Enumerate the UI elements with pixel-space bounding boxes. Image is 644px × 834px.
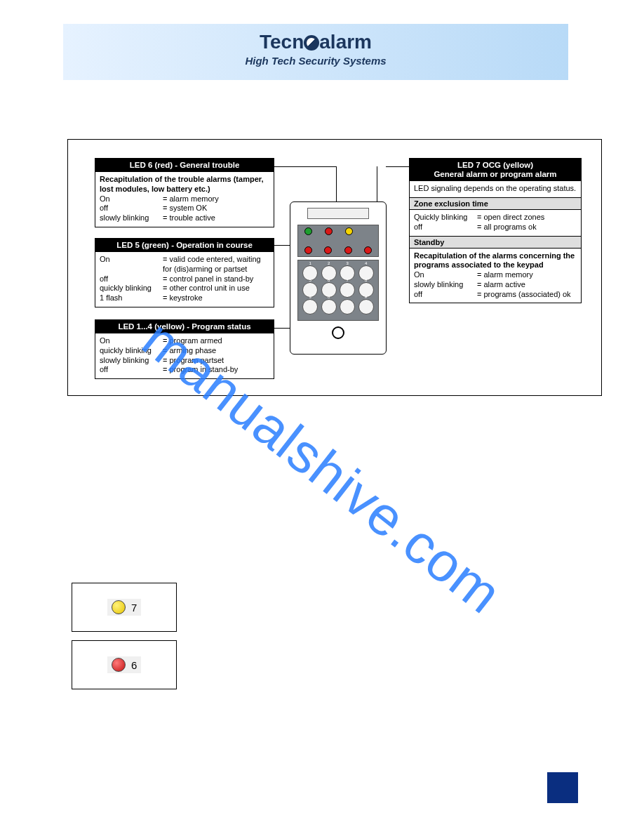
yellow-led-icon (112, 600, 126, 614)
led5-row-key: quickly blinking (100, 284, 163, 293)
key-label: 3 (347, 261, 349, 265)
led5-row-val: = valid code entered, waiting for (dis)a… (163, 255, 269, 274)
led14-row-val: = arming phase (163, 346, 269, 356)
keypad-key: 0 (321, 299, 337, 315)
led14-row-key: On (100, 336, 163, 346)
led5-green-icon (304, 227, 312, 235)
led5-row-key: On (100, 255, 163, 274)
footer-square (547, 772, 578, 803)
led5-row-val: = other control unit in use (163, 284, 269, 293)
status-led6-label: 6 (131, 659, 137, 671)
key-label: 2 (328, 261, 330, 265)
infobox-led5-title: LED 5 (green) - Operation in course (95, 239, 274, 252)
led7-yellow-icon (345, 227, 353, 235)
red-led-icon (112, 658, 126, 672)
led1-icon (304, 246, 312, 254)
led7-s1-row-val: = all programs ok (477, 223, 577, 232)
led7-s2-row-key: On (414, 270, 477, 280)
led7-section-standby: Standby (410, 236, 581, 249)
led6-row-val: = alarm memory (163, 194, 269, 204)
infobox-led7-title: LED 7 OCG (yellow) General alarm or prog… (410, 159, 581, 181)
brand-tagline: High Tech Security Systems (63, 55, 568, 67)
infobox-led14-title: LED 1...4 (yellow) - Program status (95, 320, 274, 333)
led7-s1-row-key: Quickly blinking (414, 213, 477, 223)
infobox-led7: LED 7 OCG (yellow) General alarm or prog… (409, 158, 582, 303)
page-header: Tecnalarm High Tech Security Systems (63, 24, 568, 80)
led14-row-val: = program partset (163, 356, 269, 366)
speaker-icon (332, 326, 344, 339)
connector-line (274, 166, 337, 167)
key-label: * (347, 295, 348, 299)
led7-s2-row-val: = programs (associated) ok (477, 290, 577, 300)
led14-row-key: slowly blinking (100, 356, 163, 366)
led7-s1-row-key: off (414, 223, 477, 232)
led6-row-key: On (100, 194, 163, 204)
infobox-led6-title: LED 6 (red) - General trouble (95, 159, 274, 172)
keypad-device: 1 2 3 4 5 6 7 8 9 0 * # (290, 201, 387, 355)
key-label: 0 (328, 295, 330, 299)
led14-row-key: quickly blinking (100, 346, 163, 356)
brand-glyph-icon (304, 35, 319, 51)
key-label: 4 (365, 261, 367, 265)
led4-icon (364, 246, 372, 254)
led6-row-val: = system OK (163, 204, 269, 213)
connector-line (386, 166, 411, 167)
key-label: 8 (365, 278, 367, 282)
led14-row-val: = program in stand-by (163, 365, 269, 375)
key-label: 7 (347, 278, 349, 282)
brand-suffix: alarm (319, 31, 372, 53)
infobox-led5: LED 5 (green) - Operation in course On= … (95, 238, 274, 307)
device-display (307, 208, 369, 219)
key-label: 5 (309, 278, 311, 282)
led2-icon (324, 246, 332, 254)
led5-row-key: off (100, 274, 163, 284)
keypad-grid: 1 2 3 4 5 6 7 8 9 0 * # (297, 260, 379, 321)
status-led7-label: 7 (131, 602, 137, 614)
key-label: 9 (309, 295, 311, 299)
led6-red-icon (325, 227, 333, 235)
status-box-led7: 7 (72, 583, 177, 632)
led7-s2-row-val: = alarm active (477, 280, 577, 290)
led7-title-line2: General alarm or program alarm (434, 170, 556, 178)
led6-row-val: = trouble active (163, 213, 269, 223)
led7-s2-caption: Recapitulation of the alarms concerning … (414, 251, 577, 271)
key-label: 6 (328, 278, 330, 282)
key-label: # (365, 295, 367, 299)
led5-row-val: = keystroke (163, 293, 269, 303)
led5-row-val: = control panel in stand-by (163, 274, 269, 284)
keypad-key: * (340, 299, 355, 315)
led7-s2-row-key: off (414, 290, 477, 300)
key-label: 1 (309, 261, 311, 265)
led7-section-zone: Zone exclusion time (410, 197, 581, 210)
led6-row-key: off (100, 204, 163, 213)
led-strip (297, 225, 379, 257)
led7-s2-row-val: = alarm memory (477, 270, 577, 280)
led-diagram-panel: LED 6 (red) - General trouble Recapitula… (67, 139, 602, 396)
led7-s2-row-key: slowly blinking (414, 280, 477, 290)
brand-prefix: Tecn (260, 31, 304, 53)
led6-row-key: slowly blinking (100, 213, 163, 223)
led3-icon (344, 246, 352, 254)
led7-s1-row-val: = open direct zones (477, 213, 577, 223)
led5-row-key: 1 flash (100, 293, 163, 303)
infobox-led6: LED 6 (red) - General trouble Recapitula… (95, 158, 274, 227)
led7-title-line1: LED 7 OCG (yellow) (457, 161, 533, 169)
led14-row-key: off (100, 365, 163, 375)
infobox-led6-caption: Recapitulation of the trouble alarms (ta… (100, 175, 269, 194)
status-box-led6: 6 (72, 640, 177, 689)
keypad-key: 9 (302, 299, 318, 315)
led7-intro: LED signaling depends on the operating s… (410, 181, 581, 197)
brand-logo: Tecnalarm (63, 31, 568, 53)
infobox-led14: LED 1...4 (yellow) - Program status On= … (95, 319, 274, 379)
keypad-key: # (358, 299, 374, 315)
led14-row-val: = program armed (163, 336, 269, 346)
